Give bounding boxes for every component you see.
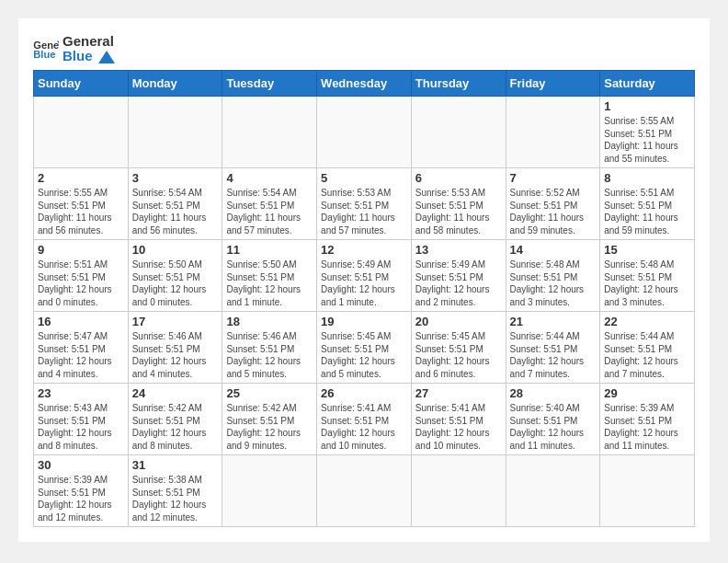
page-container: General Blue General Blue SundayMondayTu…	[18, 18, 710, 542]
day-number: 26	[321, 386, 407, 400]
calendar-cell: 16Sunrise: 5:47 AM Sunset: 5:51 PM Dayli…	[34, 312, 129, 384]
calendar-cell	[317, 455, 412, 527]
calendar-cell: 17Sunrise: 5:46 AM Sunset: 5:51 PM Dayli…	[128, 312, 222, 384]
calendar-cell: 8Sunrise: 5:51 AM Sunset: 5:51 PM Daylig…	[600, 168, 695, 240]
day-number: 6	[415, 171, 502, 185]
day-info: Sunrise: 5:40 AM Sunset: 5:51 PM Dayligh…	[510, 402, 597, 452]
day-info: Sunrise: 5:38 AM Sunset: 5:51 PM Dayligh…	[132, 474, 219, 523]
weekday-header-row: SundayMondayTuesdayWednesdayThursdayFrid…	[34, 71, 695, 97]
day-info: Sunrise: 5:54 AM Sunset: 5:51 PM Dayligh…	[226, 187, 313, 236]
day-number: 28	[510, 386, 597, 400]
calendar-cell: 10Sunrise: 5:50 AM Sunset: 5:51 PM Dayli…	[128, 240, 222, 312]
day-number: 20	[415, 315, 502, 328]
day-info: Sunrise: 5:48 AM Sunset: 5:51 PM Dayligh…	[604, 259, 690, 308]
calendar-cell: 19Sunrise: 5:45 AM Sunset: 5:51 PM Dayli…	[317, 312, 412, 384]
day-info: Sunrise: 5:45 AM Sunset: 5:51 PM Dayligh…	[415, 330, 502, 380]
calendar-cell: 30Sunrise: 5:39 AM Sunset: 5:51 PM Dayli…	[34, 455, 129, 527]
calendar-cell	[411, 455, 506, 527]
day-number: 25	[226, 386, 313, 400]
day-info: Sunrise: 5:49 AM Sunset: 5:51 PM Dayligh…	[415, 259, 502, 308]
day-info: Sunrise: 5:51 AM Sunset: 5:51 PM Dayligh…	[38, 259, 124, 308]
svg-text:Blue: Blue	[33, 49, 55, 60]
generalblue-logo-icon: General Blue	[33, 38, 59, 60]
calendar-cell: 5Sunrise: 5:53 AM Sunset: 5:51 PM Daylig…	[317, 168, 412, 240]
calendar-cell: 1Sunrise: 5:55 AM Sunset: 5:51 PM Daylig…	[600, 97, 695, 168]
calendar-cell: 31Sunrise: 5:38 AM Sunset: 5:51 PM Dayli…	[128, 455, 222, 527]
calendar-week-row-5: 23Sunrise: 5:43 AM Sunset: 5:51 PM Dayli…	[34, 384, 695, 455]
calendar-cell: 3Sunrise: 5:54 AM Sunset: 5:51 PM Daylig…	[128, 168, 222, 240]
calendar-cell	[506, 455, 600, 527]
calendar-week-row-1: 1Sunrise: 5:55 AM Sunset: 5:51 PM Daylig…	[34, 97, 695, 168]
calendar-cell	[128, 97, 222, 168]
calendar-cell: 25Sunrise: 5:42 AM Sunset: 5:51 PM Dayli…	[222, 384, 317, 455]
day-number: 17	[132, 315, 219, 328]
day-number: 8	[604, 171, 690, 185]
day-number: 16	[38, 315, 124, 328]
calendar-cell	[222, 455, 317, 527]
weekday-header-saturday: Saturday	[600, 71, 695, 97]
day-info: Sunrise: 5:43 AM Sunset: 5:51 PM Dayligh…	[38, 402, 124, 452]
calendar-cell: 14Sunrise: 5:48 AM Sunset: 5:51 PM Dayli…	[506, 240, 600, 312]
svg-marker-3	[98, 51, 115, 63]
day-number: 3	[132, 171, 219, 185]
day-number: 12	[321, 243, 407, 257]
day-number: 30	[38, 458, 124, 472]
day-info: Sunrise: 5:46 AM Sunset: 5:51 PM Dayligh…	[132, 330, 219, 380]
day-number: 13	[415, 243, 502, 257]
day-number: 27	[415, 386, 502, 400]
calendar-cell: 9Sunrise: 5:51 AM Sunset: 5:51 PM Daylig…	[34, 240, 129, 312]
weekday-header-thursday: Thursday	[411, 71, 506, 97]
day-info: Sunrise: 5:53 AM Sunset: 5:51 PM Dayligh…	[321, 187, 407, 236]
day-number: 19	[321, 315, 407, 328]
calendar-cell: 18Sunrise: 5:46 AM Sunset: 5:51 PM Dayli…	[222, 312, 317, 384]
day-info: Sunrise: 5:50 AM Sunset: 5:51 PM Dayligh…	[226, 259, 313, 308]
calendar-cell: 27Sunrise: 5:41 AM Sunset: 5:51 PM Dayli…	[411, 384, 506, 455]
day-info: Sunrise: 5:48 AM Sunset: 5:51 PM Dayligh…	[510, 259, 597, 308]
day-info: Sunrise: 5:41 AM Sunset: 5:51 PM Dayligh…	[321, 402, 407, 452]
day-info: Sunrise: 5:55 AM Sunset: 5:51 PM Dayligh…	[38, 187, 124, 236]
calendar-week-row-6: 30Sunrise: 5:39 AM Sunset: 5:51 PM Dayli…	[34, 455, 695, 527]
day-number: 2	[38, 171, 124, 185]
day-info: Sunrise: 5:42 AM Sunset: 5:51 PM Dayligh…	[226, 402, 313, 452]
calendar-week-row-2: 2Sunrise: 5:55 AM Sunset: 5:51 PM Daylig…	[34, 168, 695, 240]
day-info: Sunrise: 5:46 AM Sunset: 5:51 PM Dayligh…	[226, 330, 313, 380]
calendar-cell	[600, 455, 695, 527]
day-number: 15	[604, 243, 690, 257]
day-info: Sunrise: 5:44 AM Sunset: 5:51 PM Dayligh…	[604, 330, 690, 380]
calendar-cell	[317, 97, 412, 168]
day-number: 23	[38, 386, 124, 400]
day-number: 4	[226, 171, 313, 185]
calendar-table: SundayMondayTuesdayWednesdayThursdayFrid…	[33, 70, 695, 527]
calendar-cell: 29Sunrise: 5:39 AM Sunset: 5:51 PM Dayli…	[600, 384, 695, 455]
calendar-cell: 7Sunrise: 5:52 AM Sunset: 5:51 PM Daylig…	[506, 168, 600, 240]
day-info: Sunrise: 5:45 AM Sunset: 5:51 PM Dayligh…	[321, 330, 407, 380]
day-info: Sunrise: 5:44 AM Sunset: 5:51 PM Dayligh…	[510, 330, 597, 380]
calendar-cell: 21Sunrise: 5:44 AM Sunset: 5:51 PM Dayli…	[506, 312, 600, 384]
day-number: 11	[226, 243, 313, 257]
calendar-cell: 6Sunrise: 5:53 AM Sunset: 5:51 PM Daylig…	[411, 168, 506, 240]
day-number: 7	[510, 171, 597, 185]
calendar-cell: 2Sunrise: 5:55 AM Sunset: 5:51 PM Daylig…	[34, 168, 129, 240]
day-number: 10	[132, 243, 219, 257]
logo-triangle-icon	[98, 51, 115, 63]
day-number: 31	[132, 458, 219, 472]
day-number: 5	[321, 171, 407, 185]
calendar-cell	[222, 97, 317, 168]
day-number: 24	[132, 386, 219, 400]
header: General Blue General Blue	[33, 33, 695, 64]
calendar-cell: 23Sunrise: 5:43 AM Sunset: 5:51 PM Dayli…	[34, 384, 129, 455]
day-number: 29	[604, 386, 690, 400]
logo: General Blue General Blue	[33, 33, 115, 64]
calendar-cell	[506, 97, 600, 168]
calendar-cell	[411, 97, 506, 168]
calendar-cell: 4Sunrise: 5:54 AM Sunset: 5:51 PM Daylig…	[222, 168, 317, 240]
calendar-cell: 15Sunrise: 5:48 AM Sunset: 5:51 PM Dayli…	[600, 240, 695, 312]
calendar-week-row-3: 9Sunrise: 5:51 AM Sunset: 5:51 PM Daylig…	[34, 240, 695, 312]
day-info: Sunrise: 5:39 AM Sunset: 5:51 PM Dayligh…	[38, 474, 124, 523]
weekday-header-sunday: Sunday	[34, 71, 129, 97]
day-info: Sunrise: 5:39 AM Sunset: 5:51 PM Dayligh…	[604, 402, 690, 452]
day-info: Sunrise: 5:41 AM Sunset: 5:51 PM Dayligh…	[415, 402, 502, 452]
day-number: 18	[226, 315, 313, 328]
day-number: 1	[604, 99, 690, 113]
calendar-cell: 26Sunrise: 5:41 AM Sunset: 5:51 PM Dayli…	[317, 384, 412, 455]
